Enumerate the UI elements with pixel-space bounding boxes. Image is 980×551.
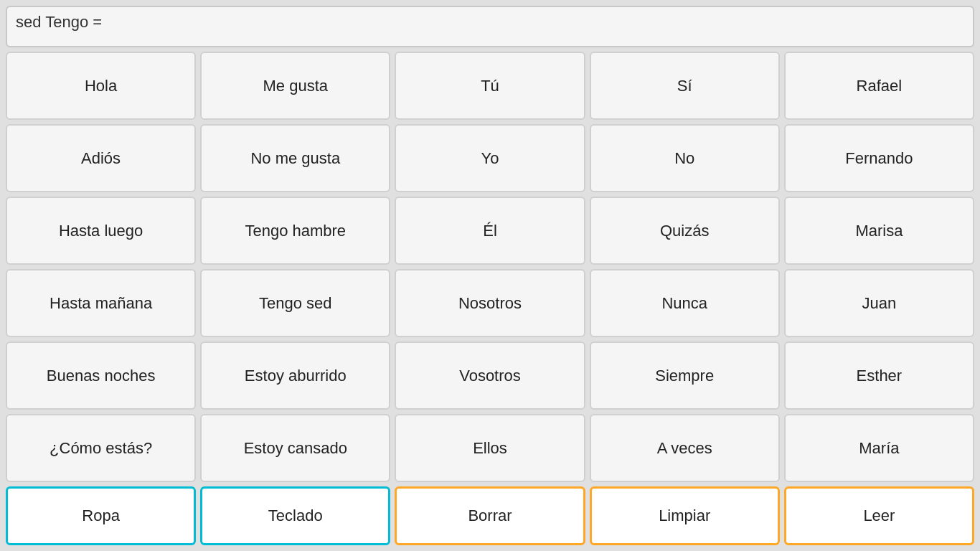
grid-cell[interactable]: Buenas noches [6,342,196,410]
grid-cell[interactable]: Esther [784,342,974,410]
grid-cell[interactable]: Él [395,197,585,265]
grid-cell[interactable]: Hasta mañana [6,269,196,337]
grid-cell[interactable]: Siempre [590,342,780,410]
bottom-cell[interactable]: Ropa [6,486,196,545]
grid-cell[interactable]: No [590,124,780,192]
bottom-cell[interactable]: Leer [784,486,974,545]
grid-cell[interactable]: No me gusta [200,124,390,192]
grid-cell[interactable]: ¿Cómo estás? [6,414,196,482]
grid-cell[interactable]: Estoy aburrido [200,342,390,410]
grid-cell[interactable]: Nosotros [395,269,585,337]
grid-cell[interactable]: Nunca [590,269,780,337]
grid-cell[interactable]: Juan [784,269,974,337]
grid-cell[interactable]: Rafael [784,52,974,120]
grid-cell[interactable]: Quizás [590,197,780,265]
grid-cell[interactable]: Marisa [784,197,974,265]
text-display[interactable]: sed Tengo = [6,6,974,47]
grid-cell[interactable]: Estoy cansado [200,414,390,482]
word-grid: HolaMe gustaTúSíRafaelAdiósNo me gustaYo… [6,52,974,482]
bottom-cell[interactable]: Limpiar [590,486,780,545]
bottom-row: RopaTecladoBorrarLimpiarLeer [6,486,974,545]
grid-cell[interactable]: Me gusta [200,52,390,120]
bottom-cell[interactable]: Borrar [395,486,585,545]
grid-cell[interactable]: Hola [6,52,196,120]
bottom-cell[interactable]: Teclado [200,486,390,545]
grid-cell[interactable]: Yo [395,124,585,192]
grid-cell[interactable]: Hasta luego [6,197,196,265]
grid-cell[interactable]: Adiós [6,124,196,192]
grid-cell[interactable]: María [784,414,974,482]
grid-cell[interactable]: Vosotros [395,342,585,410]
grid-cell[interactable]: Tengo hambre [200,197,390,265]
main-container: sed Tengo = HolaMe gustaTúSíRafaelAdiósN… [0,0,980,551]
grid-cell[interactable]: Fernando [784,124,974,192]
grid-cell[interactable]: Ellos [395,414,585,482]
grid-cell[interactable]: Tengo sed [200,269,390,337]
grid-cell[interactable]: A veces [590,414,780,482]
grid-cell[interactable]: Tú [395,52,585,120]
grid-cell[interactable]: Sí [590,52,780,120]
